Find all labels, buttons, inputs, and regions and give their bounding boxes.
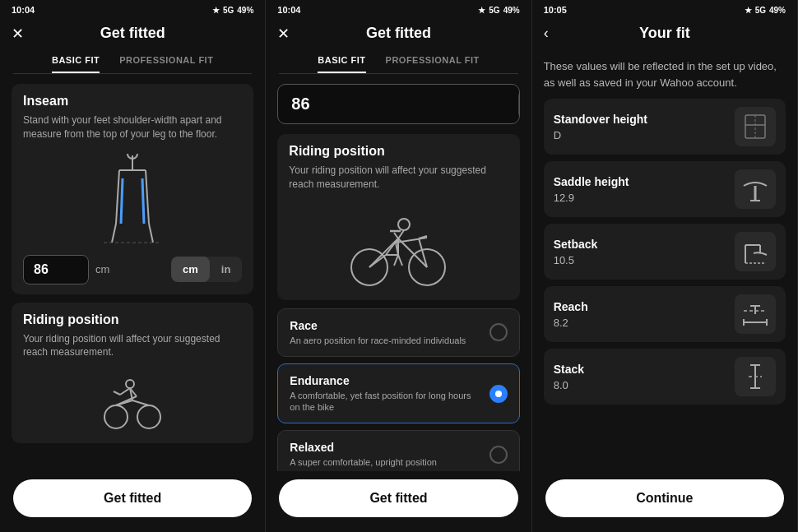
- status-bar-left: 10:04 ★ 5G 49%: [0, 0, 265, 18]
- inseam-svg: [100, 154, 165, 244]
- saddle-name: Saddle height: [554, 175, 726, 188]
- large-value-input[interactable]: [278, 85, 517, 123]
- inseam-value-input[interactable]: [23, 255, 89, 285]
- reach-value: 8.2: [554, 317, 726, 329]
- reach-name: Reach: [554, 300, 726, 313]
- tab-basic-left[interactable]: BASIC FIT: [52, 50, 100, 73]
- reach-info: Reach 8.2: [554, 300, 726, 329]
- header-title-left: Get fitted: [100, 25, 165, 42]
- saddle-info: Saddle height 12.9: [554, 175, 726, 204]
- header-title-middle: Get fitted: [366, 25, 431, 42]
- svg-line-2: [146, 170, 149, 224]
- riding-illustration-left: [23, 368, 242, 433]
- signal-text: 5G: [223, 6, 234, 15]
- riding-position-section-middle: Riding position Your riding position wil…: [277, 134, 519, 300]
- relaxed-desc: A super comfortable, upright position: [290, 456, 480, 468]
- endurance-radio: [489, 385, 508, 403]
- svg-point-32: [398, 219, 410, 230]
- riding-position-desc-left: Your riding position will affect your su…: [23, 332, 242, 360]
- svg-line-22: [369, 238, 398, 267]
- inseam-input-row: cm cm in: [23, 255, 242, 285]
- screen-header-middle: ✕ Get fitted: [266, 18, 531, 50]
- saddle-image: [735, 169, 776, 209]
- status-icons-middle: ★ 5G 49%: [478, 6, 519, 15]
- stack-info: Stack 8.0: [554, 363, 726, 391]
- tab-basic-middle[interactable]: BASIC FIT: [318, 50, 365, 73]
- large-unit-cm-btn[interactable]: cm: [518, 90, 519, 119]
- close-button-left[interactable]: ✕: [12, 25, 24, 43]
- unit-cm-btn-left[interactable]: cm: [171, 257, 210, 282]
- large-unit-toggle: cm in: [517, 86, 519, 123]
- inseam-section: Inseam Stand with your feet shoulder-wid…: [12, 84, 253, 294]
- stack-image: [735, 357, 776, 396]
- get-fitted-btn-left[interactable]: Get fitted: [13, 479, 252, 517]
- large-input-row: cm in: [277, 84, 519, 124]
- inseam-title: Inseam: [23, 94, 242, 109]
- reach-svg: [737, 296, 773, 332]
- svg-line-7: [121, 178, 123, 224]
- status-bar-middle: 10:04 ★ 5G 49%: [266, 0, 531, 18]
- inseam-unit-toggle: cm in: [171, 257, 242, 282]
- race-text: Race An aero position for race-minded in…: [290, 319, 480, 346]
- standover-info: Standover height D: [554, 113, 726, 141]
- time-left: 10:04: [12, 5, 35, 15]
- saddle-value: 12.9: [554, 192, 726, 204]
- svg-line-16: [120, 388, 130, 395]
- relaxed-text: Relaxed A super comfortable, upright pos…: [290, 441, 480, 468]
- reach-image: [735, 294, 776, 334]
- stack-name: Stack: [554, 363, 726, 376]
- back-button-right[interactable]: ‹: [544, 25, 549, 42]
- setback-value: 10.5: [554, 254, 726, 266]
- race-title: Race: [290, 319, 480, 332]
- riding-position-section-left: Riding position Your riding position wil…: [12, 303, 253, 444]
- fit-item-reach: Reach 8.2: [544, 286, 786, 342]
- svg-line-25: [369, 255, 386, 267]
- signal-text-r: 5G: [755, 6, 766, 15]
- svg-line-1: [112, 224, 116, 243]
- svg-line-8: [142, 178, 144, 224]
- time-right: 10:05: [544, 5, 567, 15]
- setback-info: Setback 10.5: [554, 238, 726, 266]
- status-icons-left: ★ 5G 49%: [212, 6, 253, 15]
- inseam-desc: Stand with your feet shoulder-width apar…: [23, 113, 242, 141]
- content-left: Inseam Stand with your feet shoulder-wid…: [0, 74, 265, 471]
- race-option[interactable]: Race An aero position for race-minded in…: [277, 308, 519, 357]
- svg-line-17: [114, 391, 120, 395]
- standover-svg: [737, 109, 773, 145]
- svg-line-0: [116, 170, 119, 224]
- bt-icon-r: ★: [745, 6, 752, 15]
- riding-position-title-middle: Riding position: [289, 144, 508, 159]
- get-fitted-btn-middle[interactable]: Get fitted: [279, 479, 517, 517]
- endurance-option[interactable]: Endurance A comfortable, yet fast positi…: [277, 363, 519, 424]
- svg-line-37: [394, 255, 398, 266]
- bt-icon: ★: [212, 6, 220, 15]
- svg-point-15: [126, 380, 134, 388]
- signal-text-m: 5G: [489, 6, 499, 15]
- relaxed-option[interactable]: Relaxed A super comfortable, upright pos…: [277, 430, 519, 471]
- endurance-text: Endurance A comfortable, yet fast positi…: [290, 374, 480, 414]
- standover-name: Standover height: [554, 113, 726, 126]
- header-title-right: Your fit: [639, 25, 690, 42]
- bottom-bar-middle: Get fitted: [266, 471, 531, 532]
- svg-rect-38: [745, 115, 765, 138]
- bt-icon-m: ★: [478, 6, 485, 15]
- tab-professional-middle[interactable]: PROFESSIONAL FIT: [386, 50, 480, 73]
- tab-bar-left: BASIC FIT PROFESSIONAL FIT: [13, 50, 252, 74]
- saddle-svg: [737, 171, 773, 207]
- svg-point-10: [104, 405, 128, 428]
- close-button-middle[interactable]: ✕: [277, 25, 290, 43]
- unit-in-btn-left[interactable]: in: [210, 257, 243, 282]
- fit-item-setback: Setback 10.5: [544, 224, 786, 280]
- time-middle: 10:04: [277, 5, 300, 15]
- fit-item-saddle: Saddle height 12.9: [544, 161, 786, 217]
- fit-item-stack: Stack 8.0: [544, 349, 786, 405]
- continue-btn-right[interactable]: Continue: [545, 479, 784, 517]
- screen-header-left: ✕ Get fitted: [0, 18, 265, 50]
- screen-header-right: ‹ Your fit: [532, 18, 797, 50]
- standover-image: [735, 107, 776, 146]
- tab-professional-left[interactable]: PROFESSIONAL FIT: [119, 50, 213, 73]
- svg-point-11: [137, 405, 160, 428]
- riding-position-title-left: Riding position: [23, 312, 242, 327]
- race-radio: [489, 323, 508, 341]
- stack-svg: [737, 359, 773, 395]
